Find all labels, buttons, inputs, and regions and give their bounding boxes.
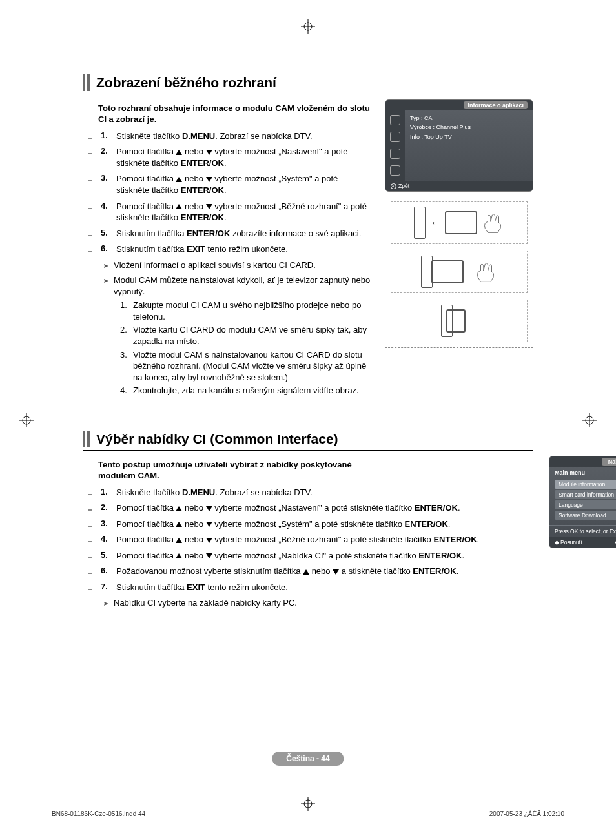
substep-text: Vložte kartu CI CARD do modulu CAM ve sm… xyxy=(133,324,373,347)
page-footer: Čeština - 44 xyxy=(272,752,344,766)
triangle-down-icon xyxy=(206,538,212,543)
section-title: Výběr nabídky CI (Common Interface) xyxy=(96,431,338,447)
hand-icon xyxy=(482,212,504,234)
step-item: 2.Pomocí tlačítka nebo vyberte možnost „… xyxy=(98,146,373,169)
step-number: 7. xyxy=(101,582,110,593)
step-text: Stisknutím tlačítka ENTER/OK zobrazíte i… xyxy=(116,228,361,240)
title-bars-icon xyxy=(83,74,90,91)
substep-number: 4. xyxy=(120,385,129,396)
registration-mark-icon xyxy=(19,413,34,427)
triangle-up-icon xyxy=(176,522,182,527)
triangle-down-icon xyxy=(333,569,339,575)
triangle-up-icon xyxy=(303,569,309,575)
step-number: 4. xyxy=(101,201,110,223)
svg-rect-21 xyxy=(88,541,92,542)
triangle-up-icon xyxy=(176,538,182,543)
triangle-up-icon xyxy=(176,204,182,209)
bullet-icon xyxy=(88,178,93,183)
triangle-up-icon xyxy=(176,177,182,182)
hand-icon xyxy=(475,261,497,283)
osd-menu-item: Language xyxy=(555,500,616,509)
bullet-icon xyxy=(88,136,93,141)
step-item: 6.Stisknutím tlačítka EXIT tento režim u… xyxy=(98,243,373,255)
step-number: 6. xyxy=(101,566,110,577)
step-number: 5. xyxy=(101,550,110,562)
osd-menu-item: Smart card information xyxy=(555,490,616,499)
step-text: Pomocí tlačítka nebo vyberte možnost „Sy… xyxy=(116,518,450,530)
substep-text: Zkontrolujte, zda na kanálu s rušeným si… xyxy=(133,385,359,396)
step-text: Stisknutím tlačítka EXIT tento režim uko… xyxy=(116,582,288,593)
step-item: 6.Požadovanou možnost vyberte stisknutím… xyxy=(98,566,537,577)
step-item: 4.Pomocí tlačítka nebo vyberte možnost „… xyxy=(98,201,373,223)
step-number: 3. xyxy=(101,173,110,196)
substep-text: Vložte modul CAM s nainstalovanou kartou… xyxy=(133,349,373,384)
triangle-up-icon xyxy=(176,506,182,511)
osd-sidebar-icons xyxy=(385,110,405,181)
osd-menu-item: Software Download xyxy=(555,511,616,520)
note-arrow-icon xyxy=(98,261,108,272)
bullet-icon xyxy=(88,206,93,211)
substep-item: 3.Vložte modul CAM s nainstalovanou kart… xyxy=(120,349,373,384)
section-intro: Toto rozhraní obsahuje informace o modul… xyxy=(98,103,373,125)
svg-rect-18 xyxy=(88,494,92,495)
step-number: 1. xyxy=(101,130,110,142)
osd-info-line: Typ : CA xyxy=(410,114,528,123)
step-text: Stiskněte tlačítko D.MENU. Zobrazí se na… xyxy=(116,130,313,142)
triangle-up-icon xyxy=(176,150,182,155)
osd-menu-item: Module information xyxy=(555,480,616,489)
step-item: 7.Stisknutím tlačítka EXIT tento režim u… xyxy=(98,582,537,593)
note: Modul CAM můžete nainstalovat kdykoli, a… xyxy=(98,274,373,297)
svg-rect-24 xyxy=(88,589,92,590)
bullet-icon xyxy=(88,151,93,156)
return-icon: ↶ xyxy=(391,183,396,189)
step-text: Pomocí tlačítka nebo vyberte možnost „Na… xyxy=(116,502,460,514)
step-text: Pomocí tlačítka nebo vyberte možnost „Bě… xyxy=(116,201,373,223)
step-text: Pomocí tlačítka nebo vyberte možnost „Na… xyxy=(116,550,464,562)
step-number: 4. xyxy=(101,534,110,546)
svg-rect-14 xyxy=(88,180,92,181)
registration-mark-icon xyxy=(301,797,315,811)
osd-hint: Press OK to select, or Exit to quit xyxy=(549,525,616,537)
step-item: 2.Pomocí tlačítka nebo vyberte možnost „… xyxy=(98,502,537,514)
step-text: Stisknutím tlačítka EXIT tento režim uko… xyxy=(116,243,288,255)
diagram-step-2 xyxy=(391,251,528,293)
note: Vložení informací o aplikaci souvisí s k… xyxy=(98,260,373,272)
step-number: 6. xyxy=(101,243,110,255)
crop-mark xyxy=(564,804,587,804)
document-meta: BN68-01186K-Cze-0516.indd 44 2007-05-23 … xyxy=(52,810,564,817)
step-number: 1. xyxy=(101,487,110,498)
triangle-down-icon xyxy=(206,553,212,558)
step-text: Pomocí tlačítka nebo vyberte možnost „Sy… xyxy=(116,173,373,196)
move-icon: ◆ xyxy=(555,539,559,546)
registration-mark-icon xyxy=(301,19,315,34)
section-common-interface-view: Zobrazení běžného rozhraní Toto rozhraní… xyxy=(83,74,533,398)
substep-item: 4.Zkontrolujte, zda na kanálu s rušeným … xyxy=(120,385,373,396)
osd-header: Nabídka CI xyxy=(549,456,616,467)
osd-header: Informace o aplikaci xyxy=(385,100,533,110)
triangle-down-icon xyxy=(206,204,212,209)
svg-rect-22 xyxy=(88,557,92,558)
step-item: 1.Stiskněte tlačítko D.MENU. Zobrazí se … xyxy=(98,487,537,498)
substep-item: 2.Vložte kartu CI CARD do modulu CAM ve … xyxy=(120,324,373,347)
step-number: 5. xyxy=(101,228,110,240)
title-bars-icon xyxy=(83,431,90,447)
step-text: Pomocí tlačítka nebo vyberte možnost „Na… xyxy=(116,146,373,169)
osd-footer: ◆Posunutí ↵Zadat →IKonec xyxy=(549,537,616,548)
note-arrow-icon xyxy=(98,599,108,610)
step-item: 3.Pomocí tlačítka nebo vyberte možnost „… xyxy=(98,173,373,196)
svg-rect-19 xyxy=(88,509,92,511)
step-number: 2. xyxy=(101,502,110,514)
step-item: 1.Stiskněte tlačítko D.MENU. Zobrazí se … xyxy=(98,130,373,142)
step-item: 3.Pomocí tlačítka nebo vyberte možnost „… xyxy=(98,518,537,530)
section-intro: Tento postup umožňuje uživateli vybírat … xyxy=(98,460,389,482)
cam-install-diagram: ← xyxy=(385,196,533,348)
substep-number: 3. xyxy=(120,349,129,384)
triangle-down-icon xyxy=(206,150,212,155)
step-number: 3. xyxy=(101,518,110,530)
diagram-step-1: ← xyxy=(391,201,528,244)
bullet-icon xyxy=(88,507,93,513)
substep-number: 2. xyxy=(120,324,129,347)
substep-item: 1.Zakupte modul CI CAM u svého nejbližší… xyxy=(120,300,373,322)
crop-mark xyxy=(29,804,52,804)
svg-rect-16 xyxy=(88,235,92,236)
